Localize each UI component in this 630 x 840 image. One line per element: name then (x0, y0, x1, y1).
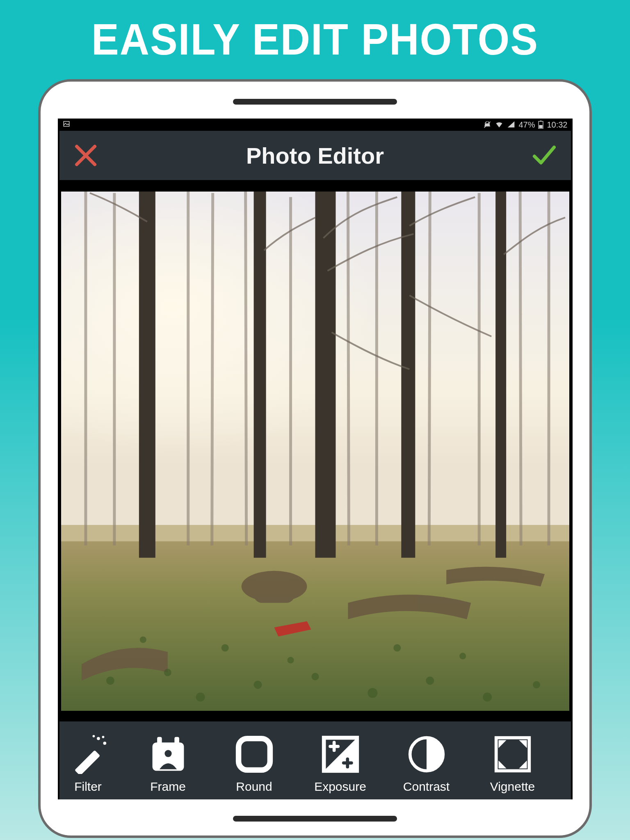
svg-rect-44 (74, 750, 100, 774)
svg-point-34 (311, 673, 319, 680)
photo-canvas[interactable] (59, 180, 571, 721)
svg-line-14 (212, 193, 212, 546)
svg-rect-25 (315, 192, 336, 558)
tool-label: Vignette (490, 780, 535, 794)
svg-point-43 (459, 653, 466, 660)
app-title: Photo Editor (246, 142, 384, 169)
tool-label: Frame (150, 780, 186, 794)
svg-rect-27 (495, 192, 506, 558)
svg-point-33 (253, 681, 262, 689)
confirm-button[interactable] (531, 142, 557, 169)
svg-point-30 (106, 677, 114, 685)
contrast-icon (407, 735, 446, 774)
svg-point-36 (426, 677, 434, 685)
tool-exposure[interactable]: Exposure (297, 721, 383, 799)
svg-point-46 (103, 742, 106, 745)
battery-percentage: 47% (518, 120, 535, 130)
svg-line-21 (520, 192, 521, 546)
svg-rect-10 (61, 541, 569, 711)
svg-point-41 (287, 657, 294, 664)
close-icon (73, 142, 99, 169)
check-icon (531, 142, 557, 169)
tool-label: Contrast (403, 780, 450, 794)
app-bar: Photo Editor (59, 131, 571, 180)
svg-point-48 (102, 736, 104, 738)
svg-point-52 (164, 750, 171, 757)
svg-rect-23 (139, 192, 155, 558)
svg-line-19 (429, 192, 430, 546)
rounded-square-icon (235, 735, 274, 774)
svg-point-42 (393, 644, 401, 652)
tool-label: Filter (74, 780, 102, 794)
svg-rect-51 (174, 737, 179, 746)
app-screen: 47% 10:32 Photo Editor (58, 119, 573, 799)
tool-label: Round (236, 780, 272, 794)
frame-icon (148, 735, 188, 774)
edited-photo (61, 192, 569, 711)
tool-label: Exposure (314, 780, 366, 794)
mute-icon (483, 121, 491, 129)
svg-rect-53 (238, 739, 270, 770)
battery-icon (538, 121, 543, 129)
svg-point-32 (196, 693, 205, 702)
tool-round[interactable]: Round (211, 721, 297, 799)
svg-point-39 (139, 637, 146, 643)
svg-line-15 (245, 192, 246, 546)
svg-rect-4 (539, 125, 543, 128)
picture-indicator-icon (63, 120, 70, 130)
wifi-icon (495, 121, 504, 129)
svg-point-40 (221, 644, 228, 652)
tool-vignette[interactable]: Vignette (470, 721, 556, 799)
exposure-icon (321, 735, 360, 774)
status-time: 10:32 (547, 120, 567, 130)
tablet-speaker-bottom (233, 816, 397, 822)
svg-point-45 (97, 737, 100, 740)
svg-rect-29 (253, 578, 294, 603)
svg-line-17 (348, 192, 349, 546)
tablet-speaker-top (233, 99, 397, 105)
svg-point-38 (533, 681, 540, 689)
svg-point-47 (92, 735, 95, 737)
wand-icon (68, 735, 108, 774)
svg-point-31 (164, 669, 171, 676)
tool-bar[interactable]: Filter Frame Round Exposure (59, 721, 571, 799)
android-status-bar: 47% 10:32 (59, 119, 571, 131)
cancel-button[interactable] (73, 142, 99, 169)
svg-point-37 (483, 693, 492, 702)
svg-rect-26 (401, 192, 415, 558)
tool-filter[interactable]: Filter (59, 721, 125, 799)
svg-point-35 (368, 688, 377, 698)
promo-headline: EASILY EDIT PHOTOS (91, 14, 539, 64)
svg-rect-50 (157, 737, 162, 746)
tablet-frame: 47% 10:32 Photo Editor (38, 79, 592, 838)
vignette-icon (493, 735, 532, 774)
tool-contrast[interactable]: Contrast (383, 721, 470, 799)
svg-rect-24 (253, 192, 266, 558)
svg-rect-3 (540, 121, 542, 121)
signal-icon (507, 121, 515, 129)
tool-frame[interactable]: Frame (125, 721, 211, 799)
